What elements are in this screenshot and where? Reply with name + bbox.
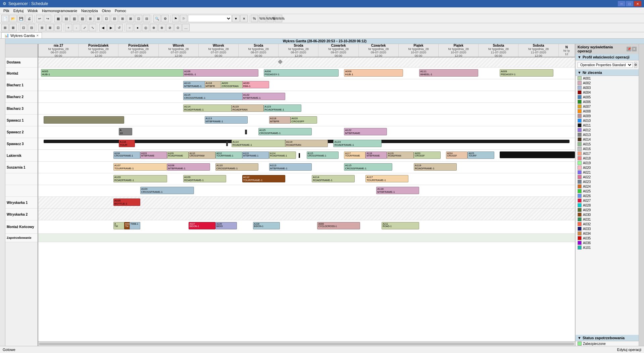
bar-spawacz1-early[interactable] [44,116,124,124]
bar-mk-A229-BIDOI[interactable]: A229BIDOI [215,222,237,229]
profile-settings-button[interactable]: ⚙ [634,62,637,68]
tb2-11[interactable]: ● [134,24,141,31]
profile-combo[interactable]: Operation Properties Standard [578,62,633,68]
bar-A115-CROSSFRAME1c[interactable]: A115CROSSFRAME-1 [307,151,339,159]
order-item-A010[interactable]: A010 [576,118,639,123]
order-list[interactable]: A001A002A003A004A005A006A007A008A009A010… [576,76,639,335]
bar-mk-A228-BIDON1[interactable]: A228BIDON-1 [253,222,280,229]
redo-button[interactable]: ↪ [44,15,51,22]
bar-A114-ROADFRAME1d[interactable]: A114ROADFRAME-1 [312,175,355,182]
bar-A117-TOURFRAME1b[interactable]: A117TOURFRAME-1 [365,175,408,182]
tb2-15[interactable]: ⊘ [166,24,174,31]
order-item-A032[interactable]: A032 [576,222,639,226]
bar-A012-TOURFRAME[interactable]: A012TOURFRAME-1 [215,151,242,159]
bar-A118-MTBFRAME[interactable]: A118MTBFRAME [365,151,387,159]
tool-7[interactable]: ⊡ [103,15,110,22]
order-item-A035[interactable]: A035 [576,236,639,240]
menu-okno[interactable]: Okno [100,8,113,13]
tb2-10[interactable]: ○ [126,24,133,31]
bar-A008-HUB1[interactable]: A008HUB-1 [344,69,403,77]
bar-A119-ROADFRAME1b[interactable]: A119ROADFRAME-1 [414,163,457,171]
order-item-A014[interactable]: A014 [576,137,639,142]
tb2-7[interactable]: ⊡ [54,24,62,31]
bar-A106-WHEEL1[interactable]: A106WHEEL-1 [183,69,258,77]
order-item-A024[interactable]: A024 [576,184,639,189]
bar-A114-ROADFRAME1c[interactable]: A114ROADFRAME-1 [269,151,296,159]
order-item-A017[interactable]: A017 [576,151,639,156]
bar-A118-TOUR[interactable]: A118TOUR [119,140,135,147]
tb2-16[interactable]: ⊙ [174,24,182,31]
tb2-12[interactable]: ◎ [142,24,149,31]
order-item-A002[interactable]: A002 [576,81,639,85]
flag-button[interactable]: ⚑ [172,15,179,22]
bar-A108-MTBFRAME1[interactable]: A108MTBFRAME-1 [167,163,210,171]
order-item-A012[interactable]: A012 [576,128,639,132]
order-item-A016[interactable]: A016 [576,146,639,151]
tb2-2[interactable]: ⊠ [9,24,17,31]
menu-harmonogramowanie[interactable]: Harmonogramowanie [40,8,79,13]
bar-A005-HUB1[interactable]: A005HUB-1 [41,69,202,77]
tool-3[interactable]: ▥ [70,15,78,22]
tool-9[interactable]: ⊞ [119,15,126,22]
new-button[interactable]: 📄 [1,15,9,22]
filter-button[interactable]: 🔍 [153,15,161,22]
bar-A115-CROSSFRAME1d[interactable]: A115CROSSFRAME-1 [344,163,392,171]
h-scrollbar[interactable] [38,341,575,346]
order-item-A001[interactable]: A001 [576,76,639,81]
bar-A024-CROSSF[interactable]: A024CROSSF [446,151,467,159]
order-item-A029[interactable]: A029 [576,208,639,212]
bar-A115-CROSSFRAME1b[interactable]: A115CROSSFRAME-1 [258,128,312,135]
percent-1[interactable]: % [251,15,258,22]
order-item-A023[interactable]: A023 [576,179,639,184]
menu-edytuj[interactable]: Edytuj [11,8,26,13]
tool-11[interactable]: ⊡ [135,15,142,22]
bar-mk-TMIB1[interactable]: TMIB-1 [130,222,140,229]
percent-2[interactable]: %% [259,15,266,22]
profile-section[interactable]: ▼ Profil właściwości operacji [576,54,639,60]
order-item-A011[interactable]: A011 [576,123,639,128]
tool-10[interactable]: ⊠ [127,15,134,22]
tool-4[interactable]: ▧ [79,15,86,22]
tb2-1[interactable]: ⊞ [1,24,9,31]
close-button[interactable]: ✕ [634,1,641,6]
bar-mk-A211-ROAD1[interactable]: A211ROAD-1 [382,222,419,229]
status-item-zabezpieczone[interactable]: Zabezpieczone [576,341,639,346]
bar-A114-ROADFRAME1[interactable]: A114ROADFRAME-1 [183,104,232,112]
bar-mk-A027-BIDON1[interactable]: A027BIDON-1 [189,222,215,229]
bar-A104-CROSSFRAME1[interactable]: A104CROSSFRAME-1 [113,151,140,159]
order-item-A027[interactable]: A027 [576,198,639,203]
bar-lakiernik-black-end[interactable] [500,151,575,158]
nr-zlecenia-section[interactable]: ▼ Nr zlecenia [576,70,639,76]
order-item-A030[interactable]: A030 [576,212,639,217]
minimize-button[interactable]: ─ [618,1,625,6]
bar-A114-ROADFRAME1b[interactable]: A114ROADFRAME-1 [232,140,285,147]
bar-A122-MTBFRAME[interactable]: A122MTBFRAME [344,128,387,135]
order-item-A031[interactable]: A031 [576,217,639,222]
open-button[interactable]: 📂 [9,15,17,22]
bar-A104-CROSSFRAME1b[interactable]: A104CROSSFRAME-1 [140,187,194,194]
calc-button[interactable]: ⚙ [161,15,169,22]
order-item-A004[interactable]: A004 [576,90,639,95]
bar-A-small[interactable]: A10 [119,128,132,135]
bar-A109-ROADFRAME[interactable]: A109ROADFRAME [167,151,189,159]
bar-A103-MTBFRAME[interactable]: A103MTBFRAME [140,151,167,159]
save-button[interactable]: 💾 [17,15,25,22]
scrollbar-thumb[interactable] [39,343,574,345]
tb2-6[interactable]: ⊠ [46,24,54,31]
tb2-4[interactable]: ⊟ [28,24,35,31]
tb2-nav1[interactable]: ◀ [99,24,107,31]
gantt-rows-area[interactable]: A005HUB-1 A106WHEEL-1 A006PEDASSY-1 A008… [38,57,575,341]
order-item-A007[interactable]: A007 [576,104,639,109]
bar-A112-TOURFRAME1[interactable]: A112TOURFRAME-1 [242,175,285,182]
bar-A123-ROADFRAME1[interactable]: A123ROADFRAME-1 [264,104,301,112]
filter-apply[interactable]: ▼ [232,15,240,22]
bar-A103-ROADFRAME1[interactable]: A103ROADFRAME-1 [113,175,167,182]
bar-A119-ROADFRAN2[interactable]: A119ROADFRAN [285,140,328,147]
menu-pomoc[interactable]: Pomoc [113,8,128,13]
bar-A025-TOURF[interactable]: A025TOURF [467,151,494,159]
order-item-A028[interactable]: A028 [576,203,639,208]
status-section[interactable]: ▼ Status zapotrzebowania [576,335,639,341]
order-item-A021[interactable]: A021 [576,170,639,175]
panel-pin-button[interactable]: 📌 [627,47,631,51]
order-item-A015[interactable]: A015 [576,142,639,146]
